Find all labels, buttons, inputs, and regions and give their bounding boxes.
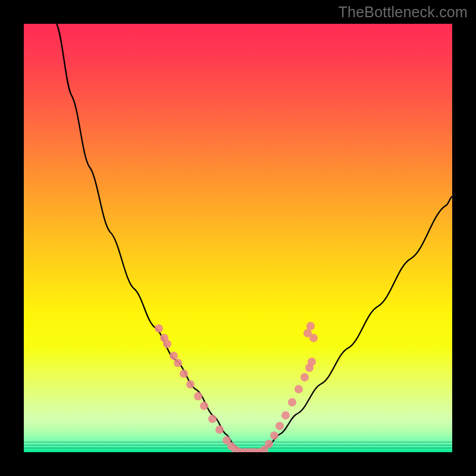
chart-stage: TheBottleneck.com: [0, 0, 476, 476]
marker-dot: [231, 446, 240, 452]
marker-dot: [160, 334, 168, 342]
marker-dot: [215, 425, 224, 434]
marker-dot: [227, 442, 236, 450]
marker-dot: [155, 324, 163, 333]
left-curve-path: [57, 24, 241, 452]
marker-dot: [260, 446, 268, 452]
marker-dot: [288, 398, 296, 406]
marker-dot: [174, 359, 182, 367]
marker-dot: [223, 436, 231, 444]
curve-svg: [24, 24, 452, 452]
marker-dot: [208, 415, 217, 423]
marker-dot: [163, 340, 171, 348]
marker-dot: [180, 369, 188, 378]
marker-dot: [170, 352, 178, 360]
marker-dot: [270, 431, 278, 440]
glow-band: [24, 345, 452, 452]
bottom-stripe: [24, 447, 452, 449]
markers-group: [155, 322, 318, 452]
marker-dot: [186, 380, 195, 389]
marker-dot: [295, 385, 303, 393]
marker-dot: [308, 358, 316, 366]
plot-area: [24, 24, 452, 452]
marker-dot: [241, 448, 249, 452]
right-curve-path: [259, 196, 452, 452]
marker-dot: [306, 322, 315, 330]
marker-dot: [246, 448, 254, 452]
marker-dot: [303, 329, 312, 337]
marker-dot: [236, 448, 245, 452]
marker-dot: [309, 334, 318, 342]
marker-dot: [200, 402, 208, 410]
marker-dot: [265, 440, 273, 448]
marker-dot: [305, 364, 314, 372]
marker-dot: [250, 448, 259, 452]
watermark-text: TheBottleneck.com: [339, 4, 468, 21]
curve-paths: [57, 24, 452, 452]
marker-dot: [300, 373, 309, 381]
marker-dot: [281, 411, 290, 419]
marker-dot: [194, 392, 202, 400]
marker-dot: [255, 448, 264, 452]
marker-dot: [275, 422, 284, 430]
bottom-stripe: [24, 444, 452, 446]
bottom-stripe: [24, 441, 452, 443]
